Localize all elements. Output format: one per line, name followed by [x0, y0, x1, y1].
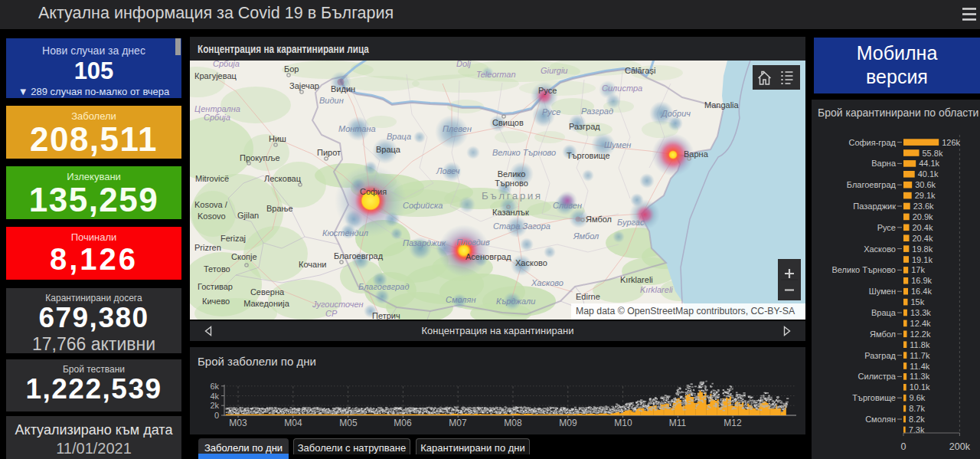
svg-text:55.8k: 55.8k: [923, 149, 943, 158]
svg-text:13.3k: 13.3k: [910, 308, 931, 317]
svg-text:Giurgiu: Giurgiu: [541, 66, 567, 75]
svg-text:Бургас: Бургас: [617, 218, 645, 227]
svg-text:Сливен: Сливен: [553, 201, 582, 210]
svg-text:40.1k: 40.1k: [918, 169, 939, 179]
svg-text:Разград: Разград: [864, 351, 896, 360]
svg-text:Свищов: Свищов: [492, 118, 524, 127]
svg-text:M09: M09: [559, 418, 577, 428]
svg-text:2k: 2k: [210, 401, 219, 410]
svg-text:Пазарджик: Пазарджик: [853, 202, 896, 211]
svg-text:Југоисточен: Југоисточен: [312, 300, 364, 309]
svg-text:Македонија: Македонија: [243, 299, 289, 308]
svg-text:Ямбол: Ямбол: [586, 215, 612, 224]
svg-text:20.4k: 20.4k: [913, 223, 933, 232]
svg-text:София-град: София-град: [848, 138, 896, 147]
svg-text:12.2k: 12.2k: [910, 329, 931, 339]
svg-text:Ямбол: Ямбол: [573, 231, 599, 241]
svg-text:Kırklareli: Kırklareli: [640, 285, 673, 294]
svg-text:Kosovo: Kosovo: [198, 211, 226, 221]
svg-text:Смолян: Смолян: [446, 295, 476, 304]
svg-text:Враца: Враца: [376, 145, 401, 154]
svg-text:0: 0: [214, 411, 219, 420]
svg-text:Gjilan: Gjilan: [237, 211, 259, 220]
svg-text:Teleorman: Teleorman: [476, 70, 516, 79]
svg-text:Русе: Русе: [877, 223, 896, 232]
svg-text:11.3k: 11.3k: [910, 372, 930, 381]
svg-text:Kosova /: Kosova /: [194, 200, 228, 209]
svg-text:Асеновград: Асеновград: [466, 252, 511, 261]
svg-text:23.6k: 23.6k: [913, 202, 934, 211]
svg-text:M11: M11: [669, 418, 687, 428]
svg-text:Велико Търново: Велико Търново: [831, 265, 896, 274]
svg-text:Враца: Враца: [871, 308, 897, 317]
svg-text:Русе: Русе: [538, 86, 557, 95]
svg-text:Смолян: Смолян: [865, 415, 896, 424]
svg-text:29.1k: 29.1k: [915, 191, 936, 200]
svg-text:8.7k: 8.7k: [909, 404, 925, 413]
svg-text:Разград: Разград: [569, 122, 600, 131]
svg-text:Тетово: Тетово: [204, 264, 230, 274]
svg-text:126k: 126k: [942, 138, 960, 147]
svg-text:15k: 15k: [911, 297, 925, 307]
svg-text:11.4k: 11.4k: [910, 362, 930, 371]
svg-text:Хасково: Хасково: [515, 258, 547, 267]
svg-text:11.7k: 11.7k: [910, 351, 930, 360]
svg-text:България: България: [482, 190, 543, 202]
svg-text:M08: M08: [504, 418, 522, 428]
svg-text:30.6k: 30.6k: [915, 180, 936, 189]
svg-text:Видин: Видин: [319, 96, 344, 105]
svg-text:9.6k: 9.6k: [910, 393, 926, 402]
svg-text:20.9k: 20.9k: [913, 212, 933, 221]
svg-text:16.4k: 16.4k: [911, 287, 932, 296]
svg-text:Скопје: Скопје: [231, 252, 257, 261]
svg-text:Ямбол: Ямбол: [870, 329, 896, 339]
svg-text:Пловдив: Пловдив: [456, 238, 490, 247]
svg-text:Варна: Варна: [684, 149, 709, 159]
svg-text:Софийска: Софийска: [403, 201, 443, 210]
svg-text:Ferizaj: Ferizaj: [220, 234, 246, 243]
svg-text:M04: M04: [284, 418, 302, 428]
svg-text:44.1k: 44.1k: [919, 159, 939, 168]
svg-text:11.8k: 11.8k: [910, 340, 930, 349]
svg-text:Гостивар: Гостивар: [198, 282, 233, 291]
svg-text:Велико: Велико: [498, 169, 526, 179]
svg-text:Добрич: Добрич: [660, 109, 691, 118]
svg-text:Бор: Бор: [284, 64, 299, 74]
svg-text:Dolj: Dolj: [456, 61, 472, 68]
svg-text:Търново: Търново: [495, 179, 528, 188]
svg-text:Србија: Србија: [213, 61, 240, 68]
svg-text:Търговище: Търговище: [567, 151, 610, 160]
svg-text:Ниш: Ниш: [269, 134, 286, 143]
svg-text:M05: M05: [339, 418, 358, 428]
svg-text:Călărași: Călărași: [625, 66, 655, 75]
svg-text:Благоевград: Благоевград: [847, 180, 897, 189]
svg-text:Казанлък: Казанлък: [492, 208, 529, 217]
svg-text:СР: СР: [325, 309, 338, 318]
svg-text:8.2k: 8.2k: [909, 415, 925, 424]
svg-text:12.4k: 12.4k: [910, 319, 931, 328]
svg-text:Пирот: Пирот: [317, 148, 341, 157]
svg-text:M06: M06: [394, 418, 412, 428]
svg-text:Лесковац: Лесковац: [264, 174, 302, 183]
svg-text:20.4k: 20.4k: [913, 234, 933, 243]
svg-text:Варна: Варна: [871, 159, 897, 168]
svg-text:Враца: Враца: [387, 132, 411, 141]
svg-text:Видин: Видин: [331, 84, 355, 93]
svg-text:M12: M12: [724, 418, 742, 428]
svg-text:Врање: Врање: [266, 204, 293, 213]
svg-text:Велико Търново: Велико Търново: [492, 148, 556, 157]
svg-text:M07: M07: [449, 418, 467, 428]
svg-text:Търговище: Търговище: [852, 393, 896, 402]
svg-text:Ловеч: Ловеч: [436, 166, 460, 175]
svg-text:16.9k: 16.9k: [911, 276, 932, 285]
svg-text:4k: 4k: [210, 392, 219, 401]
svg-text:M03: M03: [229, 418, 247, 428]
svg-text:0: 0: [901, 441, 906, 452]
svg-text:Зајечар: Зајечар: [289, 81, 319, 90]
svg-text:Прокупље: Прокупље: [240, 153, 280, 162]
svg-text:Кичево: Кичево: [202, 297, 230, 306]
svg-text:Силистра: Силистра: [858, 372, 897, 381]
svg-text:Prizren: Prizren: [194, 243, 221, 252]
svg-text:10.1k: 10.1k: [910, 382, 930, 392]
svg-text:6k: 6k: [210, 382, 219, 391]
